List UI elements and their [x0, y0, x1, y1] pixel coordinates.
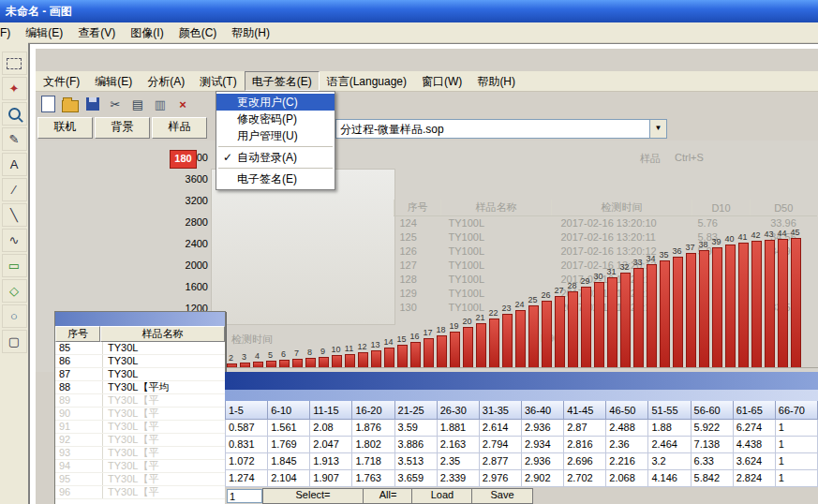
- rounded-rect-tool[interactable]: ▢: [2, 330, 27, 353]
- paint-menu-item[interactable]: 编辑(E): [18, 22, 70, 42]
- name-cell: TY30L【平: [103, 421, 225, 433]
- list-item[interactable]: 89TY30L【平: [55, 394, 225, 408]
- rectangle-tool[interactable]: ▭: [2, 254, 27, 277]
- zoom-tool[interactable]: [2, 102, 27, 126]
- dropdown-item[interactable]: 电子签名(E): [216, 170, 335, 187]
- result-col-header: 26-30: [437, 401, 479, 420]
- list-item[interactable]: 91TY30L【平: [55, 421, 225, 434]
- list-item[interactable]: 87TY30L: [55, 368, 225, 381]
- dropdown-item[interactable]: 用户管理(U): [216, 127, 335, 144]
- bar: [384, 348, 394, 367]
- list-item[interactable]: 95TY30L【平: [55, 473, 225, 486]
- ellipse-tool[interactable]: ○: [2, 304, 27, 328]
- list-item[interactable]: 96TY30L【平: [55, 486, 225, 499]
- new-file-icon[interactable]: [37, 94, 58, 114]
- list-item[interactable]: 85TY30L: [55, 342, 225, 355]
- copy-icon-glyph: ▤: [132, 97, 143, 111]
- rounded-rect-tool-glyph: ▢: [8, 334, 20, 348]
- name-cell: TY30L: [103, 342, 225, 354]
- free-select-tool[interactable]: [2, 52, 27, 75]
- paint-menu-item[interactable]: 查看(V): [70, 22, 123, 42]
- magnifier-icon: [8, 108, 21, 120]
- combo-dropdown-icon[interactable]: ▼: [649, 120, 666, 138]
- bar: [620, 273, 631, 367]
- table-row: 1.0721.8451.9131.7183.5132.352.8772.9362…: [226, 453, 818, 470]
- result-count-input[interactable]: [227, 489, 262, 503]
- list-item[interactable]: 92TY30L【平: [55, 434, 225, 447]
- footer-button-load[interactable]: Load: [411, 488, 473, 504]
- app-menu-item[interactable]: 测试(T): [192, 71, 244, 91]
- seq-cell: 96: [55, 486, 103, 498]
- y-tick-label: 1600: [174, 281, 208, 292]
- bar: [227, 363, 237, 367]
- float-col-header-name[interactable]: 样品名称: [100, 326, 225, 342]
- pencil-tool[interactable]: ✎: [2, 127, 27, 151]
- paint-titlebar[interactable]: 未命名 - 画图: [0, 0, 818, 22]
- copy-icon[interactable]: ▤: [127, 94, 148, 114]
- app-menu-item[interactable]: 语言(Language): [320, 71, 414, 91]
- footer-button-all[interactable]: All=: [363, 488, 413, 504]
- float-col-header-seq[interactable]: 序号: [55, 326, 100, 342]
- color-picker-tool[interactable]: ✦: [2, 77, 27, 100]
- table-cell: 2.976: [479, 470, 521, 487]
- list-item[interactable]: 90TY30L【平: [55, 408, 225, 421]
- seq-cell: 94: [55, 460, 103, 472]
- table-cell: 1.913: [310, 453, 352, 470]
- seq-cell: 88: [55, 381, 103, 393]
- app-menu-item[interactable]: 分析(A): [140, 71, 192, 91]
- toolbar-button-联机[interactable]: 联机: [37, 117, 93, 139]
- table-cell: 2.488: [606, 420, 648, 437]
- save-icon[interactable]: [82, 94, 103, 114]
- result-window-caption[interactable]: [225, 372, 818, 390]
- table-cell: 1: [775, 453, 817, 470]
- brush-tool[interactable]: ∕: [2, 178, 27, 201]
- list-item[interactable]: 94TY30L【平: [55, 460, 225, 473]
- app-menu-item[interactable]: 电子签名(E): [245, 71, 320, 91]
- list-item[interactable]: 88TY30L【平均: [55, 381, 225, 394]
- paint-menu-item[interactable]: 帮助(H): [224, 22, 277, 42]
- table-cell: 2.877: [479, 453, 521, 470]
- delete-icon[interactable]: ×: [172, 94, 193, 114]
- table-cell: 1.561: [268, 420, 310, 437]
- table-row: 0.5871.5612.081.8763.591.8812.6142.9362.…: [226, 420, 818, 437]
- cut-icon[interactable]: ✂: [105, 94, 126, 114]
- footer-button-save[interactable]: Save: [471, 488, 533, 504]
- app-menu-item[interactable]: 编辑(E): [87, 71, 140, 91]
- paint-menu-item[interactable]: 图像(I): [123, 22, 171, 42]
- toolbar-button-样品[interactable]: 样品: [152, 117, 207, 139]
- list-item[interactable]: 93TY30L【平: [55, 447, 225, 460]
- paint-menu-item[interactable]: 文件(F): [0, 22, 18, 42]
- bar: [397, 345, 408, 367]
- app-menu-item[interactable]: 文件(F): [36, 71, 87, 91]
- table-cell: 2.934: [521, 437, 563, 453]
- dropdown-item[interactable]: ✓自动登录(A): [216, 149, 335, 166]
- toolbar-button-背景[interactable]: 背景: [95, 117, 150, 139]
- app-menu-item[interactable]: 窗口(W): [414, 71, 469, 91]
- dropdown-item[interactable]: 修改密码(P): [216, 111, 335, 127]
- bar: [319, 357, 329, 367]
- table-cell: 1.274: [226, 470, 268, 487]
- app-menu-item[interactable]: 帮助(H): [469, 71, 523, 91]
- float-window-titlebar[interactable]: [55, 312, 225, 326]
- table-cell: 7.138: [691, 437, 733, 453]
- paste-icon[interactable]: ▥: [150, 94, 171, 114]
- open-file-icon[interactable]: [60, 94, 81, 114]
- sop-combo[interactable]: 分过程-微量样品.sop ▼: [335, 119, 667, 139]
- table-cell: 2.068: [606, 470, 648, 487]
- polygon-tool[interactable]: ◇: [2, 279, 27, 303]
- result-col-header: 56-60: [691, 401, 733, 420]
- seq-cell: 87: [55, 368, 103, 380]
- result-col-header: 61-65: [733, 401, 775, 420]
- list-item[interactable]: 86TY30L: [55, 355, 225, 368]
- bar: [305, 358, 316, 367]
- dropdown-item[interactable]: 更改用户(C): [216, 94, 335, 111]
- text-tool-glyph: A: [10, 157, 19, 171]
- line-tool[interactable]: ╲: [2, 203, 27, 227]
- paint-menu-item[interactable]: 颜色(C): [171, 22, 225, 42]
- curve-tool[interactable]: ∿: [2, 229, 27, 252]
- result-col-header: 6-10: [268, 401, 310, 420]
- table-cell: 5.842: [691, 470, 733, 487]
- app-toolbar-buttons: 联机背景样品: [37, 117, 207, 138]
- footer-button-select[interactable]: Select=: [262, 488, 364, 504]
- text-tool[interactable]: A: [2, 153, 27, 176]
